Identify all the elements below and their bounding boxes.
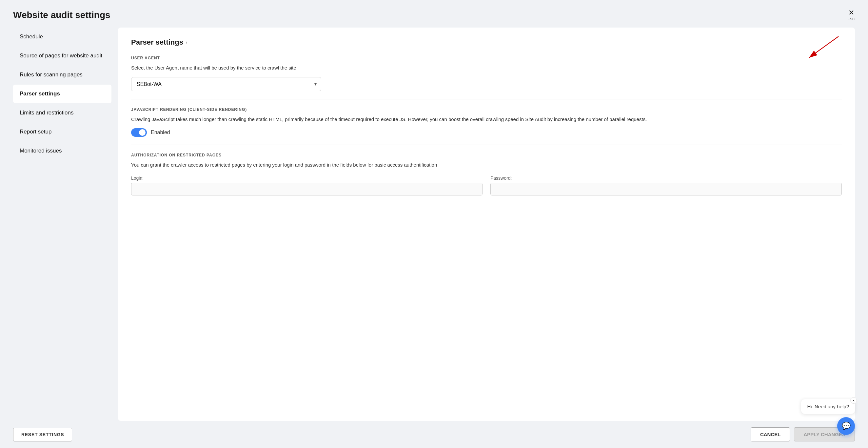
js-rendering-label: JAVASCRIPT RENDERING (CLIENT-SIDE RENDER…	[131, 107, 842, 112]
sidebar-item-limits-restrictions[interactable]: Limits and restrictions	[13, 103, 112, 122]
reset-settings-button[interactable]: RESET SETTINGS	[13, 428, 72, 442]
close-icon: ✕	[848, 9, 854, 17]
chat-open-button[interactable]: 💬	[837, 417, 855, 435]
chat-icon: 💬	[842, 422, 850, 430]
content-title: Parser settings i	[131, 38, 842, 47]
user-agent-section: USER AGENT Select the User Agent name th…	[131, 56, 842, 91]
sidebar-item-rules-scanning[interactable]: Rules for scanning pages	[13, 66, 112, 84]
chat-close-button[interactable]: ×	[850, 397, 857, 404]
sidebar-item-source-of-pages[interactable]: Source of pages for website audit	[13, 47, 112, 65]
user-agent-desc: Select the User Agent name that will be …	[131, 64, 842, 72]
chat-widget: Hi. Need any help? × 💬	[801, 399, 855, 435]
toggle-enabled-label: Enabled	[151, 129, 170, 136]
content-header: Parser settings i	[131, 38, 842, 47]
auth-label: AUTHORIZATION ON RESTRICTED PAGES	[131, 153, 842, 157]
footer-left: RESET SETTINGS	[13, 428, 72, 442]
info-icon: i	[186, 40, 187, 45]
login-group: Login:	[131, 176, 483, 196]
toggle-slider	[131, 128, 147, 137]
modal-title: Website audit settings	[13, 10, 111, 20]
modal-container: Website audit settings ✕ ESC Schedule So…	[0, 0, 868, 448]
chat-close-icon: ×	[852, 398, 855, 402]
sidebar-item-schedule[interactable]: Schedule	[13, 28, 112, 46]
js-rendering-desc: Crawling JavaScript takes much longer th…	[131, 116, 842, 123]
modal-header: Website audit settings ✕ ESC	[0, 0, 868, 28]
chat-bubble-wrapper: Hi. Need any help? ×	[801, 399, 855, 414]
content-area: Parser settings i USER AGENT Select the …	[118, 28, 855, 421]
esc-label: ESC	[847, 17, 855, 21]
login-input[interactable]	[131, 183, 483, 196]
js-rendering-toggle[interactable]	[131, 128, 147, 137]
password-label: Password:	[490, 176, 842, 181]
chat-bubble: Hi. Need any help?	[801, 399, 855, 414]
user-agent-label: USER AGENT	[131, 56, 842, 60]
login-label: Login:	[131, 176, 483, 181]
modal-body: Schedule Source of pages for website aud…	[0, 28, 868, 421]
sidebar: Schedule Source of pages for website aud…	[13, 28, 118, 421]
user-agent-select-wrapper: SEBot-WA Googlebot Bingbot Custom ▾	[131, 77, 321, 91]
auth-section: AUTHORIZATION ON RESTRICTED PAGES You ca…	[131, 145, 842, 196]
js-rendering-section: JAVASCRIPT RENDERING (CLIENT-SIDE RENDER…	[131, 99, 842, 137]
auth-form-row: Login: Password:	[131, 176, 842, 196]
sidebar-item-parser-settings[interactable]: Parser settings	[13, 85, 112, 103]
close-button[interactable]: ✕ ESC	[847, 9, 855, 21]
password-input[interactable]	[490, 183, 842, 196]
cancel-button[interactable]: CANCEL	[751, 427, 790, 442]
auth-desc: You can grant the crawler access to rest…	[131, 161, 842, 169]
user-agent-select[interactable]: SEBot-WA Googlebot Bingbot Custom	[131, 77, 321, 91]
password-group: Password:	[490, 176, 842, 196]
sidebar-item-monitored-issues[interactable]: Monitored issues	[13, 142, 112, 160]
sidebar-item-report-setup[interactable]: Report setup	[13, 123, 112, 141]
modal-footer: RESET SETTINGS CANCEL APPLY CHANGES	[0, 421, 868, 448]
toggle-row: Enabled	[131, 128, 842, 137]
